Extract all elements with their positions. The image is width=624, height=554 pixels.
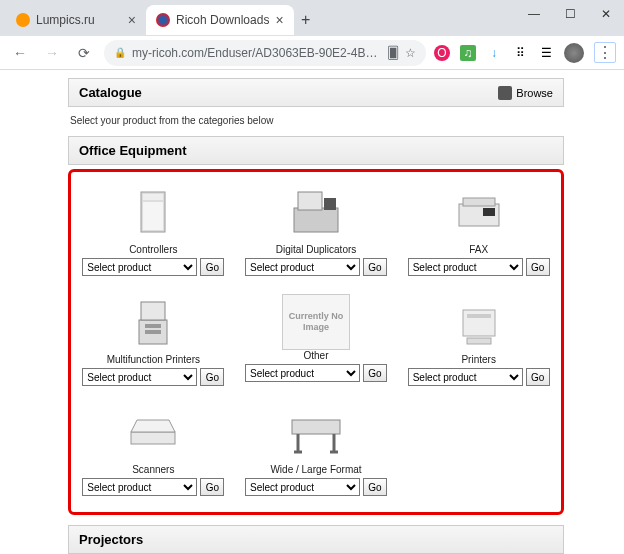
svg-rect-14 — [467, 314, 491, 318]
go-button-scanners[interactable]: Go — [200, 478, 224, 496]
tab-title: Ricoh Downloads — [176, 13, 269, 27]
svg-rect-10 — [141, 302, 165, 320]
favicon-ricoh — [156, 13, 170, 27]
svg-rect-18 — [292, 420, 340, 434]
svg-marker-17 — [131, 420, 175, 432]
url-text: my-ricoh.com/Enduser/AD3063EB-90E2-4BC7-… — [132, 46, 381, 60]
catalogue-title: Catalogue — [79, 85, 142, 100]
svg-rect-3 — [294, 208, 338, 232]
select-mfp[interactable]: Select product — [82, 368, 197, 386]
go-button-fax[interactable]: Go — [526, 258, 550, 276]
select-printers[interactable]: Select product — [408, 368, 523, 386]
browser-window: Lumpics.ru × Ricoh Downloads × + — ☐ ✕ ←… — [0, 0, 624, 554]
star-icon[interactable]: ☆ — [405, 46, 416, 60]
extension-icons: O ♫ ↓ ⠿ ☰ ⋮ — [434, 42, 616, 63]
svg-rect-8 — [483, 208, 495, 216]
select-fax[interactable]: Select product — [408, 258, 523, 276]
category-scanners: Scanners Select product Go — [81, 404, 226, 496]
category-fax: FAX Select product Go — [406, 184, 551, 276]
category-printers: Printers Select product Go — [406, 294, 551, 386]
go-button-printers[interactable]: Go — [526, 368, 550, 386]
category-label: Printers — [461, 354, 495, 365]
select-wide-format[interactable]: Select product — [245, 478, 360, 496]
lines-ext-icon[interactable]: ☰ — [538, 45, 554, 61]
no-image-placeholder: Currently No Image — [282, 294, 350, 350]
tab-strip: Lumpics.ru × Ricoh Downloads × + — [6, 4, 516, 36]
maximize-button[interactable]: ☐ — [552, 0, 588, 28]
select-other[interactable]: Select product — [245, 364, 360, 382]
profile-avatar[interactable] — [564, 43, 584, 63]
reload-button[interactable]: ⟳ — [72, 41, 96, 65]
svg-rect-12 — [145, 330, 161, 334]
go-button-mfp[interactable]: Go — [200, 368, 224, 386]
select-controllers[interactable]: Select product — [82, 258, 197, 276]
window-controls: — ☐ ✕ — [516, 0, 624, 36]
grid-ext-icon[interactable]: ⠿ — [512, 45, 528, 61]
close-icon[interactable]: × — [275, 12, 283, 28]
printer-image — [443, 294, 515, 350]
download-ext-icon[interactable]: ↓ — [486, 45, 502, 61]
go-button-other[interactable]: Go — [363, 364, 387, 382]
instruction-text: Select your product from the categories … — [68, 111, 564, 130]
svg-rect-1 — [143, 194, 163, 200]
lock-icon: 🔒 — [114, 47, 126, 58]
page-content: Catalogue Browse Select your product fro… — [0, 70, 624, 554]
svg-rect-16 — [131, 432, 175, 444]
mfp-image — [117, 294, 189, 350]
catalogue-panel: Catalogue Browse — [68, 78, 564, 107]
back-button[interactable]: ← — [8, 41, 32, 65]
wide-format-image — [280, 404, 352, 460]
green-ext-icon[interactable]: ♫ — [460, 45, 476, 61]
section-projectors[interactable]: Projectors — [68, 525, 564, 554]
close-button[interactable]: ✕ — [588, 0, 624, 28]
category-wide-format: Wide / Large Format Select product Go — [244, 404, 389, 496]
category-label: Controllers — [129, 244, 177, 255]
svg-rect-2 — [143, 202, 163, 230]
category-label: Multifunction Printers — [107, 354, 200, 365]
category-label: Other — [303, 350, 328, 361]
tab-title: Lumpics.ru — [36, 13, 122, 27]
url-input[interactable]: 🔒 my-ricoh.com/Enduser/AD3063EB-90E2-4BC… — [104, 40, 426, 66]
browse-button[interactable]: Browse — [498, 86, 553, 100]
titlebar: Lumpics.ru × Ricoh Downloads × + — ☐ ✕ — [0, 0, 624, 36]
forward-button[interactable]: → — [40, 41, 64, 65]
tab-lumpics[interactable]: Lumpics.ru × — [6, 5, 146, 35]
controllers-image — [117, 184, 189, 240]
tab-ricoh[interactable]: Ricoh Downloads × — [146, 5, 294, 35]
category-label: Wide / Large Format — [270, 464, 361, 475]
select-scanners[interactable]: Select product — [82, 478, 197, 496]
category-other: Currently No Image Other Select product … — [244, 294, 389, 386]
highlighted-grid: Controllers Select product Go Digital Du… — [68, 169, 564, 515]
menu-icon[interactable]: ⋮ — [594, 42, 616, 63]
category-label: Scanners — [132, 464, 174, 475]
category-multifunction-printers: Multifunction Printers Select product Go — [81, 294, 226, 386]
category-label: Digital Duplicators — [276, 244, 357, 255]
favicon-lumpics — [16, 13, 30, 27]
browse-icon — [498, 86, 512, 100]
svg-rect-11 — [145, 324, 161, 328]
translate-icon[interactable]: 🂠 — [387, 46, 399, 60]
new-tab-button[interactable]: + — [294, 8, 318, 32]
go-button-controllers[interactable]: Go — [200, 258, 224, 276]
category-label: FAX — [469, 244, 488, 255]
section-office-equipment[interactable]: Office Equipment — [68, 136, 564, 165]
category-grid: Controllers Select product Go Digital Du… — [81, 184, 551, 496]
svg-rect-5 — [324, 198, 336, 210]
close-icon[interactable]: × — [128, 12, 136, 28]
minimize-button[interactable]: — — [516, 0, 552, 28]
address-bar: ← → ⟳ 🔒 my-ricoh.com/Enduser/AD3063EB-90… — [0, 36, 624, 70]
svg-rect-15 — [467, 338, 491, 344]
scanner-image — [117, 404, 189, 460]
go-button-duplicators[interactable]: Go — [363, 258, 387, 276]
svg-rect-13 — [463, 310, 495, 336]
go-button-wide-format[interactable]: Go — [363, 478, 387, 496]
category-digital-duplicators: Digital Duplicators Select product Go — [244, 184, 389, 276]
category-controllers: Controllers Select product Go — [81, 184, 226, 276]
select-duplicators[interactable]: Select product — [245, 258, 360, 276]
fax-image — [443, 184, 515, 240]
opera-ext-icon[interactable]: O — [434, 45, 450, 61]
svg-rect-4 — [298, 192, 322, 210]
duplicator-image — [280, 184, 352, 240]
svg-rect-7 — [463, 198, 495, 206]
